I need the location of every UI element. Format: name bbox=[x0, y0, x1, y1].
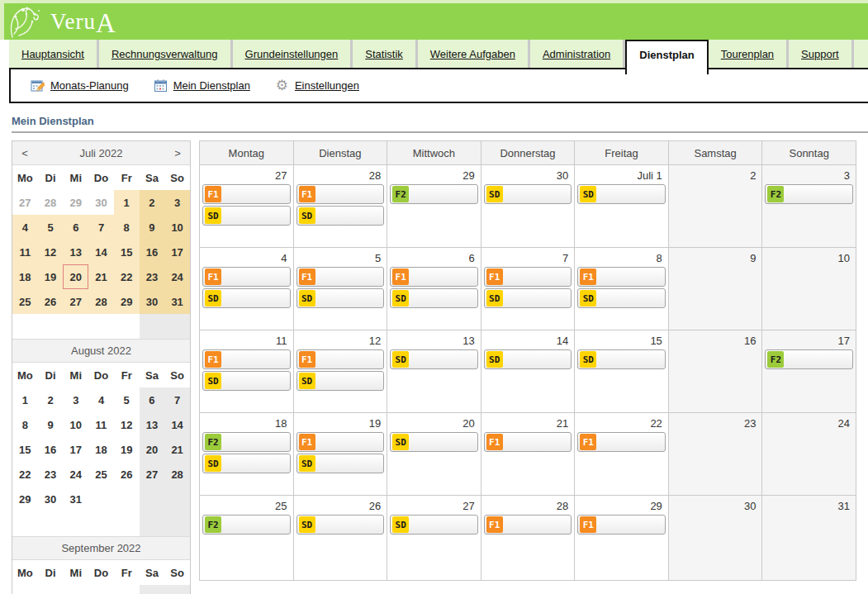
mini-day[interactable]: 27 bbox=[140, 462, 165, 487]
calendar-day-cell[interactable]: 31 bbox=[762, 496, 856, 581]
calendar-day-cell[interactable]: 24 bbox=[762, 413, 856, 496]
shift-entry[interactable]: F2 bbox=[765, 349, 853, 369]
shift-entry[interactable]: SD bbox=[484, 184, 572, 204]
shift-entry[interactable]: F1 bbox=[577, 432, 666, 452]
mini-day[interactable]: 11 bbox=[88, 412, 114, 437]
mini-day[interactable]: 12 bbox=[38, 240, 64, 264]
calendar-day-cell[interactable]: 27SD bbox=[387, 496, 481, 581]
calendar-day-cell[interactable]: 3F2 bbox=[762, 165, 856, 248]
mini-day[interactable]: 4 bbox=[12, 215, 38, 240]
mein-dienstplan-link[interactable]: Mein Dienstplan bbox=[154, 78, 250, 93]
shift-entry[interactable]: SD bbox=[202, 206, 291, 226]
mini-day[interactable]: 3 bbox=[63, 387, 88, 412]
mini-day[interactable]: 10 bbox=[63, 412, 88, 437]
mini-day[interactable]: 24 bbox=[63, 462, 88, 487]
mini-day[interactable]: 5 bbox=[38, 215, 64, 240]
calendar-day-cell[interactable]: 17F2 bbox=[762, 330, 856, 413]
mini-day[interactable]: 14 bbox=[88, 240, 114, 264]
calendar-day-cell[interactable]: 11F1SD bbox=[200, 330, 294, 413]
shift-entry[interactable]: SD bbox=[296, 454, 385, 473]
mini-day[interactable]: 31 bbox=[63, 487, 88, 511]
mini-day[interactable]: 2 bbox=[114, 585, 140, 594]
calendar-day-cell[interactable]: 4F1SD bbox=[200, 248, 294, 330]
mini-day[interactable]: 24 bbox=[164, 264, 190, 289]
shift-entry[interactable]: SD bbox=[202, 371, 291, 391]
calendar-day-cell[interactable]: 14SD bbox=[481, 330, 576, 413]
calendar-day-cell[interactable]: 8F1SD bbox=[575, 248, 669, 330]
mini-day[interactable]: 6 bbox=[140, 387, 165, 412]
mini-day[interactable]: 19 bbox=[38, 264, 64, 289]
shift-entry[interactable]: F1 bbox=[296, 184, 385, 204]
shift-entry[interactable]: SD bbox=[390, 515, 478, 535]
mini-day[interactable]: 28 bbox=[88, 289, 114, 314]
mini-day[interactable]: 30 bbox=[38, 487, 64, 511]
mini-day[interactable]: 8 bbox=[12, 412, 38, 437]
mini-day[interactable]: 29 bbox=[12, 487, 38, 511]
shift-entry[interactable]: SD bbox=[577, 288, 666, 308]
next-month-button[interactable]: > bbox=[165, 147, 190, 159]
calendar-day-cell[interactable]: 19F1SD bbox=[294, 413, 388, 496]
shift-entry[interactable]: SD bbox=[484, 288, 572, 308]
mini-day[interactable]: 26 bbox=[114, 462, 140, 487]
prev-month-button[interactable]: < bbox=[12, 147, 37, 159]
shift-entry[interactable]: F1 bbox=[577, 267, 666, 287]
mini-day[interactable]: 20 bbox=[63, 264, 88, 289]
mini-day[interactable]: 31 bbox=[164, 289, 190, 314]
shift-entry[interactable]: F1 bbox=[202, 349, 291, 369]
shift-entry[interactable]: F1 bbox=[484, 267, 572, 287]
mini-day[interactable]: 21 bbox=[88, 264, 114, 289]
calendar-day-cell[interactable]: 18F2SD bbox=[200, 413, 294, 496]
mini-day[interactable]: 17 bbox=[164, 240, 190, 264]
mini-day[interactable]: 27 bbox=[63, 289, 88, 314]
calendar-day-cell[interactable]: 15SD bbox=[575, 330, 669, 413]
shift-entry[interactable]: F2 bbox=[765, 184, 853, 204]
mini-day[interactable]: 1 bbox=[12, 387, 38, 412]
mini-day[interactable]: 29 bbox=[63, 190, 88, 215]
mini-day[interactable]: 5 bbox=[114, 387, 140, 412]
calendar-day-cell[interactable]: 10 bbox=[762, 248, 856, 330]
shift-entry[interactable]: SD bbox=[296, 206, 385, 226]
shift-entry[interactable]: F1 bbox=[577, 515, 666, 535]
calendar-day-cell[interactable]: 27F1SD bbox=[200, 165, 294, 248]
calendar-day-cell[interactable]: 12F1SD bbox=[294, 330, 388, 413]
shift-entry[interactable]: F1 bbox=[296, 432, 385, 452]
mini-day[interactable]: 21 bbox=[164, 437, 190, 462]
calendar-day-cell[interactable]: 29F2 bbox=[387, 165, 481, 248]
tab-tourenplan[interactable]: Tourenplan bbox=[709, 40, 789, 68]
mini-day[interactable]: 23 bbox=[140, 264, 165, 289]
mini-day[interactable]: 25 bbox=[88, 462, 114, 487]
shift-entry[interactable]: SD bbox=[296, 288, 385, 308]
calendar-day-cell[interactable]: 22F1 bbox=[575, 413, 669, 496]
shift-entry[interactable]: SD bbox=[202, 288, 291, 308]
calendar-day-cell[interactable]: 29F1 bbox=[575, 496, 669, 581]
calendar-day-cell[interactable]: 16 bbox=[669, 330, 763, 413]
tab-rechnungsverwaltung[interactable]: Rechnungsverwaltung bbox=[99, 40, 233, 68]
mini-day[interactable]: 1 bbox=[88, 585, 114, 594]
mini-day[interactable]: 23 bbox=[38, 462, 64, 487]
mini-day[interactable]: 20 bbox=[140, 437, 165, 462]
shift-entry[interactable]: F2 bbox=[390, 184, 478, 204]
mini-day[interactable]: 1 bbox=[114, 190, 140, 215]
calendar-day-cell[interactable]: 30 bbox=[669, 496, 763, 581]
mini-day[interactable]: 2 bbox=[140, 190, 165, 215]
tab-hauptansicht[interactable]: Hauptansicht bbox=[9, 40, 99, 68]
mini-day[interactable]: 3 bbox=[164, 190, 190, 215]
calendar-day-cell[interactable]: 13SD bbox=[387, 330, 481, 413]
mini-day[interactable]: 28 bbox=[38, 190, 64, 215]
mini-day[interactable]: 14 bbox=[164, 412, 190, 437]
mini-day[interactable]: 22 bbox=[114, 264, 140, 289]
shift-entry[interactable]: F1 bbox=[202, 267, 291, 287]
shift-entry[interactable]: F1 bbox=[484, 515, 572, 535]
mini-day[interactable]: 13 bbox=[140, 412, 165, 437]
mini-day[interactable]: 9 bbox=[38, 412, 64, 437]
tab-statistik[interactable]: Statistik bbox=[353, 40, 418, 68]
calendar-day-cell[interactable]: 28F1SD bbox=[294, 165, 388, 248]
shift-entry[interactable]: SD bbox=[390, 432, 478, 452]
mini-day[interactable]: 26 bbox=[38, 289, 64, 314]
mini-day[interactable]: 16 bbox=[140, 240, 165, 264]
einstellungen-link[interactable]: ⚙Einstellungen bbox=[275, 78, 359, 93]
calendar-day-cell[interactable]: 5F1SD bbox=[294, 248, 388, 330]
tab-dienstplan[interactable]: Dienstplan bbox=[625, 40, 708, 74]
calendar-day-cell[interactable]: 25F2 bbox=[200, 496, 294, 581]
shift-entry[interactable]: F1 bbox=[484, 432, 572, 452]
